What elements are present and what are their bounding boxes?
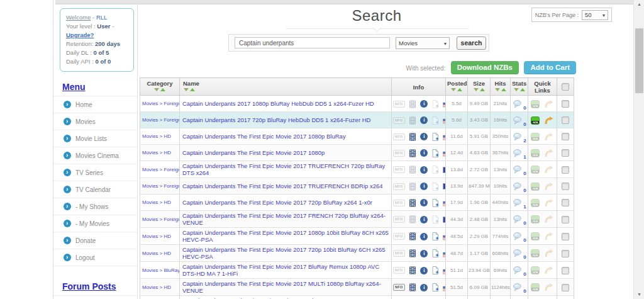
add-to-cart-hand-icon[interactable]: [545, 166, 553, 174]
category-link[interactable]: Movies > HD: [142, 200, 171, 205]
comments-link[interactable]: 1: [513, 147, 525, 158]
sort-desc-icon[interactable]: [514, 88, 519, 91]
column-header[interactable]: Stats: [511, 78, 528, 96]
scrollbar-thumb[interactable]: [635, 28, 643, 93]
document-add-icon[interactable]: [432, 100, 439, 108]
row-checkbox[interactable]: [562, 199, 569, 206]
sort-desc-icon[interactable]: [451, 88, 456, 91]
info-icon[interactable]: [420, 216, 428, 223]
category-link[interactable]: Movies > HD: [142, 285, 171, 290]
scrollbar[interactable]: [633, 0, 644, 299]
release-name-link[interactable]: Captain Underpants The First Epic Movie …: [182, 199, 372, 206]
comments-link[interactable]: 0: [513, 247, 525, 258]
film-icon[interactable]: [409, 100, 416, 108]
document-add-icon[interactable]: [432, 149, 439, 157]
category-link[interactable]: Movies > Foreign: [142, 217, 180, 222]
add-to-cart-hand-icon[interactable]: [545, 100, 553, 108]
category-link[interactable]: Movies > Foreign: [142, 117, 180, 123]
download-nzb-icon[interactable]: NZB: [531, 183, 540, 191]
add-to-cart-hand-icon[interactable]: [545, 183, 553, 191]
info-icon[interactable]: [420, 233, 428, 240]
row-checkbox[interactable]: [562, 267, 569, 274]
add-to-cart-hand-icon[interactable]: [545, 266, 553, 274]
download-nzbs-button[interactable]: Download NZBs: [451, 61, 519, 74]
nfo-icon[interactable]: NFO: [393, 267, 405, 274]
nfo-icon[interactable]: NFO: [393, 166, 405, 173]
nfo-icon[interactable]: NFO: [393, 150, 405, 157]
language-flags-icon[interactable]: [443, 199, 445, 206]
row-checkbox[interactable]: [562, 100, 569, 108]
comments-link[interactable]: 0: [513, 281, 525, 292]
info-icon[interactable]: [420, 267, 428, 274]
menu-title-link[interactable]: Menu: [62, 82, 86, 92]
release-name-link[interactable]: Captain Underpants The First Epic Movie …: [182, 212, 386, 226]
nfo-icon[interactable]: NFO: [393, 284, 405, 291]
release-name-link[interactable]: Captain Underpants The First Epic Movie …: [182, 133, 346, 140]
language-flags-icon[interactable]: [443, 133, 445, 140]
comments-link[interactable]: 0: [513, 213, 525, 224]
info-icon[interactable]: [420, 183, 428, 190]
film-icon[interactable]: [409, 266, 416, 274]
info-icon[interactable]: [420, 250, 428, 257]
document-add-icon[interactable]: [432, 166, 439, 174]
comments-link[interactable]: 0: [513, 164, 525, 174]
sort-asc-icon[interactable]: [520, 88, 525, 91]
download-nzb-icon[interactable]: NZB: [531, 232, 540, 240]
sidebar-item-1[interactable]: Movies: [53, 113, 137, 130]
comments-balloon-icon[interactable]: [513, 100, 522, 108]
comments-link[interactable]: 0: [513, 98, 525, 109]
comments-link[interactable]: 2: [513, 131, 525, 142]
comments-balloon-icon[interactable]: [513, 283, 522, 291]
category-link[interactable]: Movies > HD: [142, 150, 171, 155]
film-icon[interactable]: [409, 183, 416, 191]
sidebar-item-4[interactable]: TV Series: [53, 164, 137, 181]
category-link[interactable]: Movies > HD: [142, 251, 171, 256]
search-button[interactable]: search: [457, 37, 486, 50]
nfo-icon[interactable]: NFO: [393, 216, 405, 223]
add-to-cart-hand-icon[interactable]: [545, 133, 553, 141]
language-flags-icon[interactable]: [443, 267, 445, 274]
info-icon[interactable]: [420, 116, 428, 124]
row-checkbox[interactable]: [562, 166, 569, 174]
download-nzb-icon[interactable]: NZB: [531, 166, 540, 174]
column-header[interactable]: Category: [140, 78, 180, 96]
film-icon[interactable]: [409, 133, 416, 141]
add-to-cart-hand-icon[interactable]: [545, 249, 553, 257]
search-input[interactable]: [235, 37, 390, 48]
comments-link[interactable]: 0: [513, 181, 525, 191]
category-link[interactable]: Movies > Foreign: [142, 183, 180, 189]
row-checkbox[interactable]: [562, 183, 569, 190]
release-name-link[interactable]: Captain Underpants The First Epic Movie …: [182, 263, 379, 277]
sort-icons[interactable]: [512, 87, 526, 91]
sort-desc-icon[interactable]: [495, 88, 500, 91]
sidebar-item-3[interactable]: Movies Cinema: [53, 147, 137, 164]
info-icon[interactable]: [420, 166, 428, 174]
scroll-down-icon[interactable]: [634, 290, 644, 299]
release-name-link[interactable]: Captain Underpants 2017 720p BluRay HebD…: [182, 116, 370, 123]
language-flags-icon[interactable]: [443, 149, 445, 157]
film-icon[interactable]: [409, 215, 416, 223]
download-nzb-icon[interactable]: NZB: [531, 266, 540, 274]
column-header[interactable]: Posted: [446, 78, 468, 96]
row-checkbox[interactable]: [562, 233, 569, 240]
info-icon[interactable]: [420, 199, 428, 206]
select-all-checkbox[interactable]: [562, 83, 569, 91]
sort-asc-icon[interactable]: [190, 88, 195, 91]
comments-balloon-icon[interactable]: [513, 215, 522, 223]
info-icon[interactable]: [420, 100, 428, 108]
nfo-icon[interactable]: NFO: [393, 101, 405, 108]
comments-balloon-icon[interactable]: [513, 133, 522, 141]
sort-desc-icon[interactable]: [154, 88, 159, 91]
comments-balloon-icon[interactable]: [513, 116, 522, 125]
nfo-icon[interactable]: NFO: [393, 200, 405, 206]
comments-link[interactable]: 0: [513, 230, 525, 241]
column-header[interactable]: Info: [392, 78, 446, 96]
document-add-icon[interactable]: [432, 283, 439, 291]
french-flag-icon[interactable]: [443, 167, 445, 173]
download-nzb-icon[interactable]: NZB: [531, 215, 540, 223]
download-nzb-icon[interactable]: NZB: [531, 133, 540, 141]
row-checkbox[interactable]: [562, 284, 569, 291]
nfo-icon[interactable]: NFO: [393, 117, 405, 124]
french-flag-icon[interactable]: [443, 217, 445, 223]
row-checkbox[interactable]: [562, 133, 569, 140]
